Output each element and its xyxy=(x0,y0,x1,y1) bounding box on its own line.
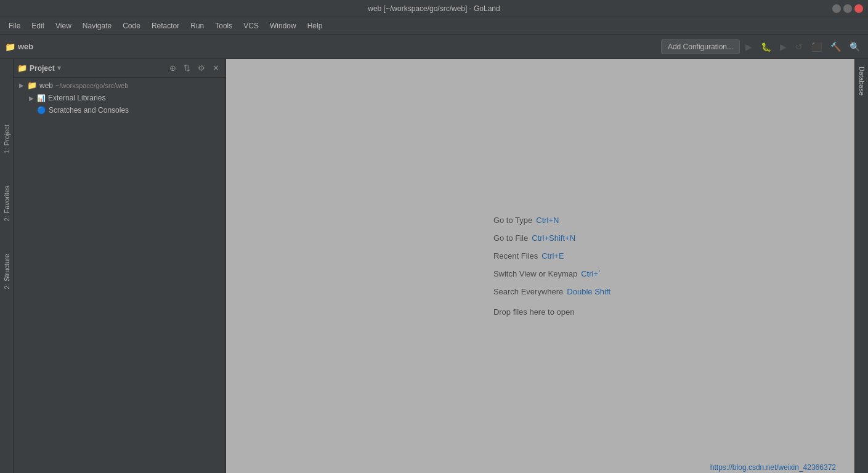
tree-arrow-libraries: ▶ xyxy=(28,95,34,102)
menu-navigate[interactable]: Navigate xyxy=(78,19,116,33)
build-button[interactable]: 🔨 xyxy=(827,39,844,54)
menu-run[interactable]: Run xyxy=(185,19,209,33)
scratches-label: Scratches and Consoles xyxy=(49,106,129,115)
database-tab-label: Database xyxy=(858,67,866,95)
title-bar: web [~/workspace/go/src/web] - GoLand xyxy=(0,0,868,17)
libraries-icon: 📊 xyxy=(37,94,46,102)
libraries-label: External Libraries xyxy=(48,94,105,102)
right-tab-database[interactable]: Database xyxy=(856,62,867,100)
panel-add-button[interactable]: ⊕ xyxy=(167,62,179,74)
window-controls xyxy=(832,4,863,13)
hint-goto-type: Go to Type Ctrl+N xyxy=(493,216,610,225)
minimize-button[interactable] xyxy=(832,4,841,13)
left-tab-project[interactable]: 1: Project xyxy=(2,121,12,157)
menu-vcs[interactable]: VCS xyxy=(238,19,264,33)
run-coverage-button[interactable]: ▶ xyxy=(777,39,790,54)
hint-recent-files-shortcut: Ctrl+E xyxy=(541,251,564,261)
hint-goto-type-label: Go to Type xyxy=(493,216,532,225)
project-tree: ▶ 📁 web ~/workspace/go/src/web ▶ 📊 Exter… xyxy=(14,78,225,473)
menu-tools[interactable]: Tools xyxy=(210,19,237,33)
hint-search-everywhere-label: Search Everywhere xyxy=(493,287,563,296)
menu-code[interactable]: Code xyxy=(118,19,145,33)
main-layout: 1: Project 2: Favorites 2: Structure 📁 P… xyxy=(0,59,868,473)
rerun-button[interactable]: ↺ xyxy=(792,39,806,54)
tree-item-scratches[interactable]: 🔵 Scratches and Consoles xyxy=(14,104,225,116)
menu-help[interactable]: Help xyxy=(302,19,328,33)
close-button[interactable] xyxy=(854,4,863,13)
hint-goto-type-shortcut: Ctrl+N xyxy=(536,216,559,225)
panel-sync-button[interactable]: ⇅ xyxy=(181,62,193,74)
menu-file[interactable]: File xyxy=(4,19,25,33)
web-label: web xyxy=(39,81,53,90)
menu-window[interactable]: Window xyxy=(265,19,301,33)
left-panel-tabs: 1: Project 2: Favorites 2: Structure xyxy=(0,59,14,473)
hint-goto-file: Go to File Ctrl+Shift+N xyxy=(493,233,610,243)
editor-area: Go to Type Ctrl+N Go to File Ctrl+Shift+… xyxy=(226,59,854,473)
hint-switch-view: Switch View or Keymap Ctrl+` xyxy=(493,269,610,278)
run-button[interactable]: ▶ xyxy=(742,39,755,54)
hint-recent-files: Recent Files Ctrl+E xyxy=(493,251,610,261)
menu-view[interactable]: View xyxy=(51,19,76,33)
hint-goto-file-shortcut: Ctrl+Shift+N xyxy=(532,233,575,243)
toolbar-project-label: web xyxy=(18,42,33,51)
web-path: ~/workspace/go/src/web xyxy=(55,82,128,89)
hint-search-everywhere: Search Everywhere Double Shift xyxy=(493,287,610,296)
menu-refactor[interactable]: Refactor xyxy=(147,19,184,33)
editor-hints: Go to Type Ctrl+N Go to File Ctrl+Shift+… xyxy=(493,216,610,317)
web-folder-icon: 📁 xyxy=(27,81,37,90)
drop-files-hint: Drop files here to open xyxy=(493,307,610,317)
status-url[interactable]: https://blog.csdn.net/weixin_42366372 xyxy=(707,462,840,473)
project-panel-title: 📁 Project ▾ xyxy=(17,63,164,73)
right-sidebar: Database xyxy=(854,59,868,473)
menu-bar: File Edit View Navigate Code Refactor Ru… xyxy=(0,17,868,34)
hint-switch-view-shortcut: Ctrl+` xyxy=(581,269,601,278)
panel-title-arrow[interactable]: ▾ xyxy=(57,64,61,72)
project-panel: 📁 Project ▾ ⊕ ⇅ ⚙ ✕ ▶ 📁 web ~/workspace/… xyxy=(14,59,226,473)
maximize-button[interactable] xyxy=(843,4,852,13)
tree-arrow-web: ▶ xyxy=(18,82,25,89)
window-title: web [~/workspace/go/src/web] - GoLand xyxy=(368,4,500,13)
left-tab-structure[interactable]: 2: Structure xyxy=(2,250,12,293)
panel-close-button[interactable]: ✕ xyxy=(210,62,222,74)
menu-edit[interactable]: Edit xyxy=(26,19,49,33)
project-panel-header: 📁 Project ▾ ⊕ ⇅ ⚙ ✕ xyxy=(14,59,225,78)
tree-item-external-libraries[interactable]: ▶ 📊 External Libraries xyxy=(14,92,225,104)
scratches-icon: 🔵 xyxy=(37,106,46,115)
project-folder-icon: 📁 xyxy=(5,42,15,52)
panel-settings-button[interactable]: ⚙ xyxy=(195,62,208,74)
tree-item-web[interactable]: ▶ 📁 web ~/workspace/go/src/web xyxy=(14,79,225,92)
panel-title-label: Project xyxy=(30,64,55,73)
hint-switch-view-label: Switch View or Keymap xyxy=(493,269,577,278)
hint-recent-files-label: Recent Files xyxy=(493,251,538,261)
toolbar: 📁 web Add Configuration... ▶ 🐛 ▶ ↺ ⬛ 🔨 🔍 xyxy=(0,34,868,59)
add-configuration-button[interactable]: Add Configuration... xyxy=(661,39,740,54)
search-everywhere-button[interactable]: 🔍 xyxy=(846,39,863,54)
hint-search-everywhere-shortcut: Double Shift xyxy=(567,287,610,296)
hint-goto-file-label: Go to File xyxy=(493,233,528,243)
debug-button[interactable]: 🐛 xyxy=(758,39,774,54)
stop-button[interactable]: ⬛ xyxy=(808,39,825,54)
left-tab-favorites[interactable]: 2: Favorites xyxy=(2,182,12,225)
panel-folder-icon: 📁 xyxy=(17,63,27,73)
